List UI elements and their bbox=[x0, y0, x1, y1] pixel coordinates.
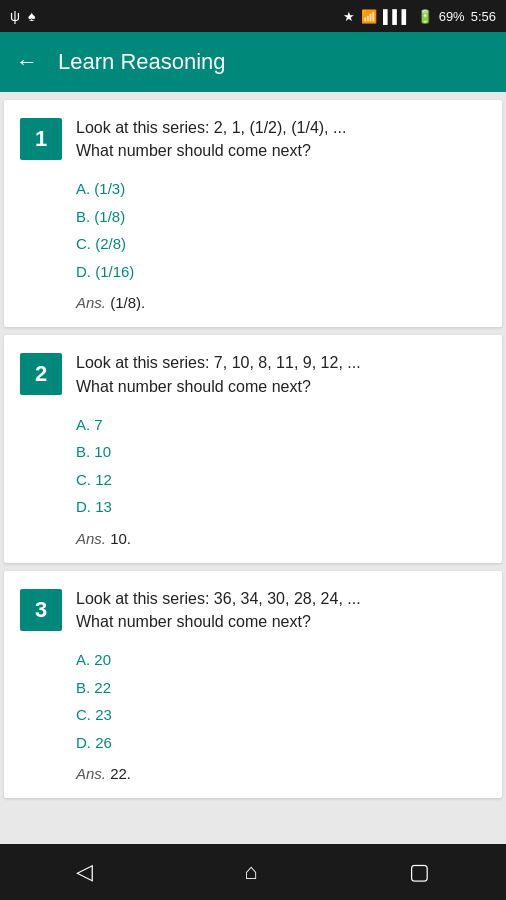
question-card: 3Look at this series: 36, 34, 30, 28, 24… bbox=[4, 571, 502, 798]
question-header: 2Look at this series: 7, 10, 8, 11, 9, 1… bbox=[20, 351, 486, 397]
question-number: 3 bbox=[20, 589, 62, 631]
list-item[interactable]: A. 7 bbox=[76, 412, 486, 438]
ans-value: (1/8). bbox=[106, 294, 145, 311]
page-title: Learn Reasoning bbox=[58, 49, 226, 75]
question-card: 2Look at this series: 7, 10, 8, 11, 9, 1… bbox=[4, 335, 502, 562]
app-bar: ← Learn Reasoning bbox=[0, 32, 506, 92]
content-area: 1Look at this series: 2, 1, (1/2), (1/4)… bbox=[0, 92, 506, 844]
list-item[interactable]: C. 23 bbox=[76, 702, 486, 728]
list-item[interactable]: A. (1/3) bbox=[76, 176, 486, 202]
answer-line: Ans. 22. bbox=[76, 765, 486, 782]
nav-recents-icon[interactable]: ▢ bbox=[409, 859, 430, 885]
back-button[interactable]: ← bbox=[16, 49, 38, 75]
status-left-icons: ψ ♠ bbox=[10, 8, 35, 24]
question-card: 1Look at this series: 2, 1, (1/2), (1/4)… bbox=[4, 100, 502, 327]
nav-home-icon[interactable]: ⌂ bbox=[244, 859, 257, 885]
question-header: 3Look at this series: 36, 34, 30, 28, 24… bbox=[20, 587, 486, 633]
status-right-icons: ★ 📶 ▌▌▌ 🔋 69% 5:56 bbox=[343, 9, 496, 24]
ans-label: Ans. bbox=[76, 294, 106, 311]
list-item[interactable]: D. 13 bbox=[76, 494, 486, 520]
signal-icon: ▌▌▌ bbox=[383, 9, 411, 24]
usb-icon: ψ bbox=[10, 8, 20, 24]
options-list: A. 20B. 22C. 23D. 26 bbox=[76, 647, 486, 755]
question-number: 2 bbox=[20, 353, 62, 395]
question-text: Look at this series: 2, 1, (1/2), (1/4),… bbox=[76, 116, 346, 162]
ans-value: 22. bbox=[106, 765, 131, 782]
android-icon: ♠ bbox=[28, 8, 35, 24]
list-item[interactable]: B. 10 bbox=[76, 439, 486, 465]
wifi-icon: 📶 bbox=[361, 9, 377, 24]
options-list: A. (1/3)B. (1/8)C. (2/8)D. (1/16) bbox=[76, 176, 486, 284]
answer-line: Ans. (1/8). bbox=[76, 294, 486, 311]
list-item[interactable]: D. (1/16) bbox=[76, 259, 486, 285]
list-item[interactable]: B. (1/8) bbox=[76, 204, 486, 230]
ans-value: 10. bbox=[106, 530, 131, 547]
list-item[interactable]: C. (2/8) bbox=[76, 231, 486, 257]
list-item[interactable]: A. 20 bbox=[76, 647, 486, 673]
list-item[interactable]: C. 12 bbox=[76, 467, 486, 493]
list-item[interactable]: D. 26 bbox=[76, 730, 486, 756]
battery-percent: 69% bbox=[439, 9, 465, 24]
question-text: Look at this series: 7, 10, 8, 11, 9, 12… bbox=[76, 351, 361, 397]
star-icon: ★ bbox=[343, 9, 355, 24]
question-header: 1Look at this series: 2, 1, (1/2), (1/4)… bbox=[20, 116, 486, 162]
ans-label: Ans. bbox=[76, 530, 106, 547]
question-number: 1 bbox=[20, 118, 62, 160]
list-item[interactable]: B. 22 bbox=[76, 675, 486, 701]
question-text: Look at this series: 36, 34, 30, 28, 24,… bbox=[76, 587, 361, 633]
options-list: A. 7B. 10C. 12D. 13 bbox=[76, 412, 486, 520]
ans-label: Ans. bbox=[76, 765, 106, 782]
answer-line: Ans. 10. bbox=[76, 530, 486, 547]
status-bar: ψ ♠ ★ 📶 ▌▌▌ 🔋 69% 5:56 bbox=[0, 0, 506, 32]
battery-icon: 🔋 bbox=[417, 9, 433, 24]
nav-back-icon[interactable]: ◁ bbox=[76, 859, 93, 885]
clock: 5:56 bbox=[471, 9, 496, 24]
nav-bar: ◁ ⌂ ▢ bbox=[0, 844, 506, 900]
